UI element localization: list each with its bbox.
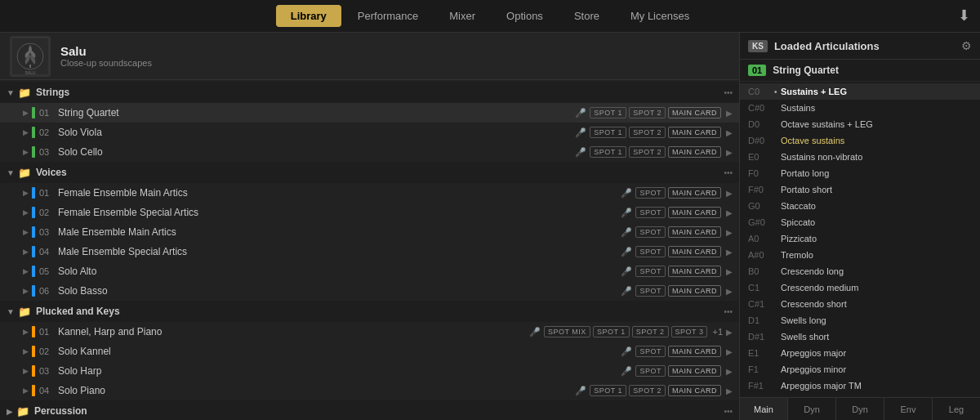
articulation-item[interactable]: E0 Sustains non-vibrato — [740, 149, 980, 165]
instrument-subtitle: Close-up soundscapes — [60, 58, 152, 68]
articulation-item[interactable]: D0 Octave sustains + LEG — [740, 116, 980, 132]
tab-main[interactable]: Main — [740, 398, 788, 420]
tab-performance[interactable]: Performance — [343, 5, 433, 27]
section-plucked[interactable]: ▼ 📁 Plucked and Keys ••• — [0, 301, 739, 322]
tab-dyn[interactable]: Dyn — [788, 398, 836, 420]
color-bar — [32, 127, 35, 138]
section-arrow-voices: ▼ — [7, 168, 15, 177]
articulation-item[interactable]: C#1 Crescendo short — [740, 296, 980, 312]
tab-store[interactable]: Store — [559, 5, 614, 27]
section-dots-strings: ••• — [724, 88, 733, 97]
list-item[interactable]: ▶ 04 Male Ensemble Special Artics 🎤 SPOT… — [0, 242, 739, 261]
folder-icon-percussion: 📁 — [16, 405, 29, 418]
list-item[interactable]: ▶ 03 Solo Cello 🎤 SPOT 1 SPOT 2 MAIN CAR… — [0, 142, 739, 162]
section-name-voices: Voices — [36, 167, 67, 178]
tags: SPOT MAIN CARD — [635, 207, 721, 218]
row-nav-arrow: ▶ — [726, 386, 733, 395]
articulation-item[interactable]: F#0 Portato short — [740, 181, 980, 198]
row-nav-arrow: ▶ — [726, 228, 733, 237]
articulation-item[interactable]: E1 Arpeggios major — [740, 345, 980, 361]
tags: SPOT MAIN CARD — [635, 246, 721, 257]
articulation-item[interactable]: D1 Swells long — [740, 312, 980, 328]
section-name-plucked: Plucked and Keys — [36, 306, 120, 317]
string-quartet-row: 01 String Quartet — [740, 60, 980, 82]
color-bar — [32, 285, 35, 297]
tags: SPOT MAIN CARD — [635, 187, 721, 199]
articulation-item[interactable]: F#1 Arpeggios major TM — [740, 378, 980, 394]
tags: SPOT 1 SPOT 2 MAIN CARD — [590, 146, 721, 158]
articulation-item[interactable]: C1 Crescendo medium — [740, 279, 980, 296]
section-voices[interactable]: ▼ 📁 Voices ••• — [0, 162, 739, 183]
mic-icon: 🎤 — [621, 346, 632, 357]
tab-dyn2[interactable]: Dyn — [836, 398, 884, 420]
articulation-item[interactable]: F1 Arpeggios minor — [740, 361, 980, 378]
tab-env[interactable]: Env — [884, 398, 933, 420]
articulation-item[interactable]: G#0 Spiccato — [740, 214, 980, 230]
articulation-item[interactable]: A#0 Tremolo — [740, 247, 980, 263]
list-item[interactable]: ▶ 02 Solo Kannel 🎤 SPOT MAIN CARD ▶ — [0, 342, 739, 361]
articulation-item[interactable]: C0 • Sustains + LEG — [740, 83, 980, 100]
color-bar — [32, 385, 35, 396]
tab-library[interactable]: Library — [276, 5, 341, 27]
list-item[interactable]: ▶ 04 Solo Piano 🎤 SPOT 1 SPOT 2 MAIN CAR… — [0, 381, 739, 400]
tags: SPOT MAIN CARD — [635, 365, 721, 377]
tags: SPOT MAIN CARD — [635, 266, 721, 277]
list-item[interactable]: ▶ 03 Solo Harp 🎤 SPOT MAIN CARD ▶ — [0, 361, 739, 381]
articulations-header: KS Loaded Articulations ⚙ — [740, 33, 980, 60]
articulation-item[interactable]: F0 Portato long — [740, 165, 980, 181]
tags: SPOT MAIN CARD — [635, 285, 721, 297]
mic-icon: 🎤 — [575, 127, 586, 138]
section-strings[interactable]: ▼ 📁 Strings ••• — [0, 82, 739, 103]
articulations-title: Loaded Articulations — [774, 40, 955, 52]
articulation-item[interactable]: D#1 Swells short — [740, 328, 980, 345]
list-item[interactable]: ▶ 06 Solo Basso 🎤 SPOT MAIN CARD ▶ — [0, 281, 739, 301]
mic-icon: 🎤 — [621, 227, 632, 238]
tab-options[interactable]: Options — [492, 5, 558, 27]
svg-rect-2 — [29, 65, 31, 68]
row-nav-arrow: ▶ — [726, 367, 733, 376]
tab-leg[interactable]: Leg — [933, 398, 980, 420]
list-item[interactable]: ▶ 05 Solo Alto 🎤 SPOT MAIN CARD ▶ — [0, 261, 739, 281]
articulation-item[interactable]: C#0 Sustains — [740, 100, 980, 116]
articulation-item[interactable]: B0 Crescendo long — [740, 263, 980, 279]
gear-icon[interactable]: ⚙ — [961, 39, 972, 52]
articulation-list[interactable]: C0 • Sustains + LEG C#0 Sustains D0 Octa… — [740, 82, 980, 397]
mic-icon: 🎤 — [621, 208, 632, 218]
tab-licenses[interactable]: My Licenses — [616, 5, 704, 27]
instrument-name: Salu — [60, 44, 152, 58]
list-item[interactable]: ▶ 01 Female Ensemble Main Artics 🎤 SPOT … — [0, 183, 739, 203]
section-arrow-percussion: ▶ — [7, 407, 13, 416]
library-scroll[interactable]: ▼ 📁 Strings ••• ▶ 01 String Quartet 🎤 SP… — [0, 80, 739, 420]
color-bar — [32, 346, 35, 357]
list-item[interactable]: ▶ 01 Kannel, Harp and Piano 🎤 SPOT MIX S… — [0, 322, 739, 342]
articulation-item[interactable]: G0 Staccato — [740, 198, 980, 214]
row-nav-arrow: ▶ — [726, 287, 733, 296]
articulation-item[interactable]: A0 Pizzicato — [740, 230, 980, 247]
bottom-tabs: Main Dyn Dyn Env Leg — [740, 397, 980, 420]
plus-tag: +1 — [712, 327, 723, 337]
row-nav-arrow: ▶ — [726, 128, 733, 137]
color-bar — [32, 365, 35, 377]
section-arrow-strings: ▼ — [7, 88, 15, 97]
tags: SPOT 1 SPOT 2 MAIN CARD — [590, 127, 721, 138]
list-item[interactable]: ▶ 01 String Quartet 🎤 SPOT 1 SPOT 2 MAIN… — [0, 103, 739, 123]
download-button[interactable]: ⬇ — [958, 7, 970, 25]
tags: SPOT MAIN CARD — [635, 346, 721, 357]
folder-icon-strings: 📁 — [18, 87, 31, 99]
tab-mixer[interactable]: Mixer — [434, 5, 490, 27]
color-bar — [32, 187, 35, 199]
instrument-info: Salu Close-up soundscapes — [60, 44, 152, 68]
list-item[interactable]: ▶ 03 Male Ensemble Main Artics 🎤 SPOT MA… — [0, 222, 739, 242]
list-item[interactable]: ▶ 02 Solo Viola 🎤 SPOT 1 SPOT 2 MAIN CAR… — [0, 123, 739, 142]
row-nav-arrow: ▶ — [726, 109, 733, 118]
mic-icon: 🎤 — [529, 327, 541, 337]
list-item[interactable]: ▶ 02 Female Ensemble Special Artics 🎤 SP… — [0, 203, 739, 222]
folder-icon-plucked: 📁 — [18, 306, 31, 318]
row-nav-arrow: ▶ — [726, 248, 733, 257]
section-dots-voices: ••• — [724, 168, 733, 177]
row-nav-arrow: ▶ — [726, 347, 733, 356]
section-percussion[interactable]: ▶ 📁 Percussion ••• — [0, 400, 739, 420]
articulation-item[interactable]: D#0 Octave sustains — [740, 132, 980, 149]
instrument-header: SALU Salu Close-up soundscapes — [0, 33, 739, 80]
tags: SPOT 1 SPOT 2 MAIN CARD — [590, 107, 721, 118]
